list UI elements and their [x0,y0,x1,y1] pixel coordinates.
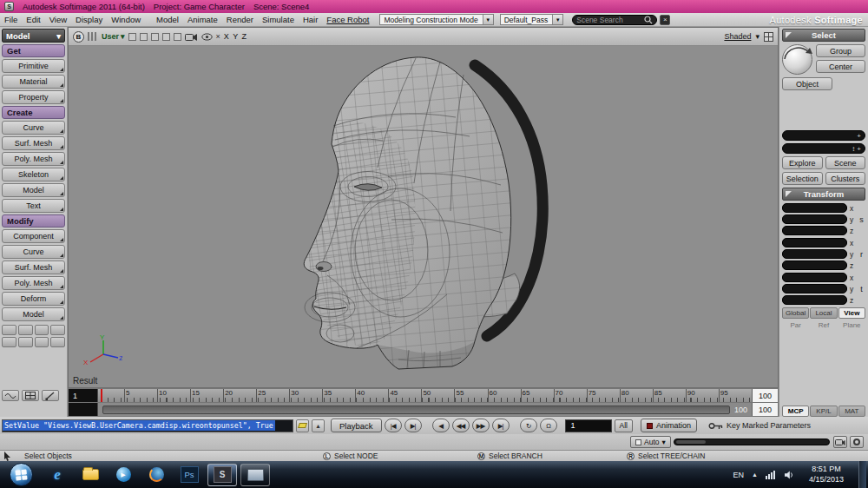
camera-icon[interactable] [185,32,198,41]
updown-icon[interactable]: ↕ [852,145,855,153]
selection-button[interactable]: Selection [782,172,823,185]
button-modify-model[interactable]: Model [2,307,65,321]
tab-kpl[interactable]: KP/L [810,406,837,417]
memo-cam-button[interactable] [140,33,148,41]
scale-mode-button[interactable]: s [858,215,865,224]
select-tool-sphere-icon[interactable] [782,44,812,75]
taskbar-clock[interactable]: 8:51 PM 4/15/2013 [802,465,851,485]
button-material[interactable]: Material [2,75,65,89]
memo-button[interactable] [18,337,33,347]
button-modify-component[interactable]: Component [2,229,65,243]
memo-button[interactable] [35,337,49,347]
memo-cam-button[interactable] [162,33,170,41]
clear-script-button[interactable] [296,419,309,432]
rotate-mode-button[interactable]: r [858,250,865,259]
go-last-frame-button[interactable]: ▶| [404,419,422,432]
translate-mode-button[interactable]: t [858,285,865,293]
open-script-editor-button[interactable]: ▴ [312,419,325,432]
parameter-slider[interactable] [674,439,830,445]
range-start-field[interactable] [69,403,98,416]
tab-mcp[interactable]: MCP [782,406,809,417]
translate-x-field[interactable] [782,273,847,282]
explore-button[interactable]: Explore [782,156,823,169]
menu-face-robot[interactable]: Face Robot [322,15,373,24]
tab-view[interactable]: View [838,307,865,319]
network-icon[interactable] [766,471,776,479]
search-clear-button[interactable]: × [660,15,670,25]
menu-edit[interactable]: Edit [22,15,44,24]
playback-button[interactable]: Playback [331,419,382,432]
translate-z-field[interactable] [782,295,847,305]
button-modify-poly-mesh[interactable]: Poly. Mesh [2,276,65,290]
menu-display[interactable]: Display [71,15,107,24]
rotate-z-field[interactable] [782,260,847,270]
scene-button[interactable]: Scene [825,156,866,169]
viewport-b[interactable]: B User▾ × X Y Z Shaded ▾ [68,27,779,388]
button-modify-curve[interactable]: Curve [2,245,65,259]
tab-mat[interactable]: MAT [838,406,865,417]
chevron-down-icon[interactable]: ▼ [483,15,493,24]
button-modify-surf-mesh[interactable]: Surf. Mesh [2,260,65,274]
record-button[interactable] [850,436,864,448]
audio-button[interactable]: Ω [540,419,557,432]
group-button[interactable]: Group [816,44,865,57]
search-input[interactable] [576,16,641,24]
selection-filter-field[interactable]: + [782,130,865,141]
chevron-down-icon[interactable]: ▼ [552,15,562,24]
end-frame-box[interactable]: 100 [752,389,778,402]
dopesheet-icon[interactable] [22,390,39,401]
start-button[interactable] [10,463,33,486]
taskbar-app-window[interactable] [240,464,270,486]
menu-view[interactable]: View [45,15,71,24]
memo-cam-button[interactable] [151,33,159,41]
head-mesh-canvas[interactable] [69,46,779,388]
scale-y-field[interactable] [782,214,847,224]
language-indicator[interactable]: EN [733,471,745,479]
memo-button[interactable] [2,325,16,335]
range-end-field[interactable]: 100 [752,403,778,416]
start-frame-field[interactable]: 1 [69,389,98,402]
button-create-curve[interactable]: Curve [2,121,65,135]
viewport-letter-button[interactable]: B [73,31,84,43]
axis-buttons[interactable]: X Y Z [224,32,247,41]
scene-search-field[interactable] [572,15,657,25]
animation-menu-button[interactable]: Animation [641,419,697,432]
taskbar-photoshop[interactable]: Ps [174,464,204,486]
menu-animate[interactable]: Animate [183,15,222,24]
key-marked-parameters[interactable]: Key Marked Parameters [708,421,811,430]
auto-key-button[interactable]: Auto ▾ [630,436,671,448]
center-button[interactable]: Center [816,60,865,73]
menu-window[interactable]: Window [107,15,145,24]
scale-x-field[interactable] [782,203,847,213]
menu-hair[interactable]: Hair [299,15,322,24]
maximize-viewport-icon[interactable] [764,32,773,42]
button-primitive[interactable]: Primitive [2,59,65,73]
construction-mode-dropdown[interactable]: Modeling Construction Mode ▼ [379,14,493,25]
button-create-skeleton[interactable]: Skeleton [2,168,65,181]
render-pass-dropdown[interactable]: Default_Pass ▼ [500,14,564,25]
eye-icon[interactable] [201,33,213,41]
memo-button[interactable] [50,325,65,335]
range-scrollbar[interactable] [102,406,730,414]
memo-button[interactable] [35,325,49,335]
select-section-header[interactable]: Select [782,29,865,42]
pen-icon[interactable] [42,390,59,401]
memo-cam-button[interactable] [128,33,136,41]
play-forward-button[interactable]: ▶▶ [472,419,490,432]
button-create-text[interactable]: Text [2,199,65,213]
tray-expand-icon[interactable]: ▲ [752,472,758,478]
selection-list-field[interactable]: ↕+ [782,143,865,154]
step-back-button[interactable]: ◀ [432,419,450,432]
all-button[interactable]: All [615,419,633,432]
rotate-y-field[interactable] [782,249,847,259]
button-create-poly-mesh[interactable]: Poly. Mesh [2,152,65,166]
taskbar-softimage[interactable]: S [207,464,237,486]
tab-par[interactable]: Par [782,321,809,329]
taskbar-firefox[interactable] [141,464,171,486]
menu-model[interactable]: Model [152,15,183,24]
tab-ref[interactable]: Ref [810,321,837,329]
display-mode-menu[interactable]: Shaded [724,32,751,41]
transform-section-header[interactable]: Transform [782,188,865,201]
plus-icon[interactable]: + [857,132,861,140]
module-selector[interactable]: Model ▾ [2,29,65,43]
